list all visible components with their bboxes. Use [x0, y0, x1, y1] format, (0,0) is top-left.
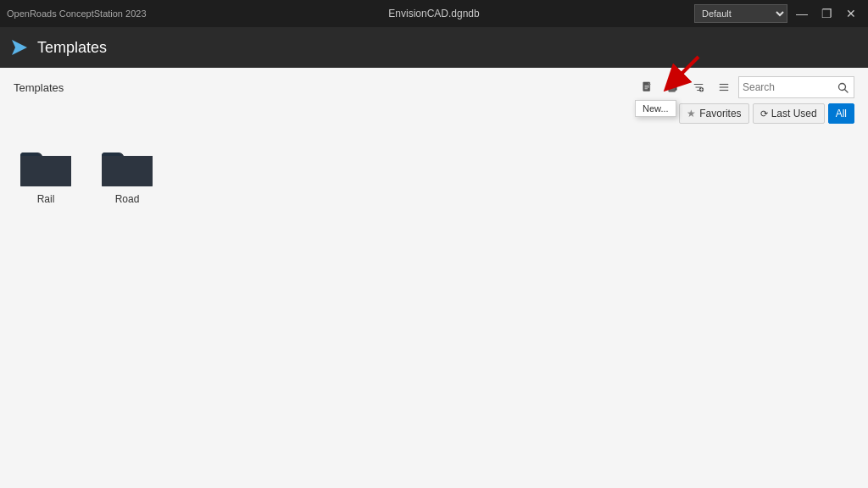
- favorites-label: Favorites: [699, 108, 741, 119]
- star-icon: ★: [687, 108, 696, 119]
- folder-road-icon: [100, 144, 154, 188]
- last-used-label: Last Used: [771, 108, 817, 119]
- workspace-dropdown[interactable]: Default: [694, 4, 787, 23]
- title-bar-left: OpenRoads ConceptStation 2023: [7, 8, 147, 19]
- page-title: Templates: [37, 39, 107, 57]
- last-used-filter-button[interactable]: ⟳ Last Used: [753, 103, 825, 124]
- filter-icon: [693, 80, 704, 94]
- new-tooltip: New...: [635, 100, 676, 117]
- app-name-label: OpenRoads ConceptStation 2023: [7, 8, 147, 19]
- folder-rail-label: Rail: [37, 193, 55, 205]
- search-input[interactable]: [743, 81, 836, 93]
- search-icon: [837, 82, 849, 93]
- all-label: All: [836, 108, 847, 119]
- new-button[interactable]: [637, 76, 659, 98]
- folder-road-label: Road: [115, 193, 140, 205]
- title-bar-center: EnvisionCAD.dgndb: [388, 8, 479, 19]
- page-header: Templates: [0, 27, 868, 68]
- section-label: Templates: [14, 81, 64, 94]
- svg-rect-8: [669, 84, 676, 92]
- file-name-label: EnvisionCAD.dgndb: [388, 8, 479, 19]
- search-box: [738, 76, 854, 98]
- svg-marker-0: [12, 40, 27, 55]
- favorites-filter-button[interactable]: ★ Favorites: [679, 103, 748, 124]
- workspace-dropdown-container: Default: [694, 4, 787, 23]
- folders-area: Rail Road: [0, 130, 868, 219]
- restore-button[interactable]: ❐: [816, 2, 837, 25]
- close-button[interactable]: ✕: [841, 2, 861, 25]
- main-content: Templates New...: [0, 68, 868, 488]
- minimize-button[interactable]: —: [791, 2, 813, 25]
- new-button-container: New...: [637, 76, 659, 98]
- list-view-button[interactable]: [713, 76, 735, 98]
- all-filter-button[interactable]: All: [828, 103, 854, 124]
- folder-rail-icon: [19, 144, 73, 188]
- copy-icon: [667, 80, 679, 94]
- search-button[interactable]: [836, 82, 850, 93]
- toolbar-row: Templates New...: [0, 68, 868, 103]
- title-bar: OpenRoads ConceptStation 2023 EnvisionCA…: [0, 0, 868, 27]
- svg-rect-20: [20, 159, 71, 186]
- folder-item-rail[interactable]: Rail: [14, 139, 78, 210]
- clock-icon: ⟳: [760, 108, 768, 119]
- toolbar-right: New...: [637, 76, 854, 98]
- new-file-icon: [642, 80, 654, 94]
- folder-item-road[interactable]: Road: [95, 139, 159, 210]
- svg-rect-21: [102, 159, 153, 186]
- list-view-icon: [718, 80, 730, 94]
- copy-button[interactable]: [662, 76, 684, 98]
- filter-row: ★ Favorites ⟳ Last Used All: [0, 103, 868, 130]
- title-bar-controls: Default — ❐ ✕: [694, 2, 861, 25]
- templates-icon: [10, 38, 29, 57]
- svg-line-19: [845, 89, 849, 92]
- filter-button[interactable]: [687, 76, 709, 98]
- page-header-icon: [10, 38, 29, 57]
